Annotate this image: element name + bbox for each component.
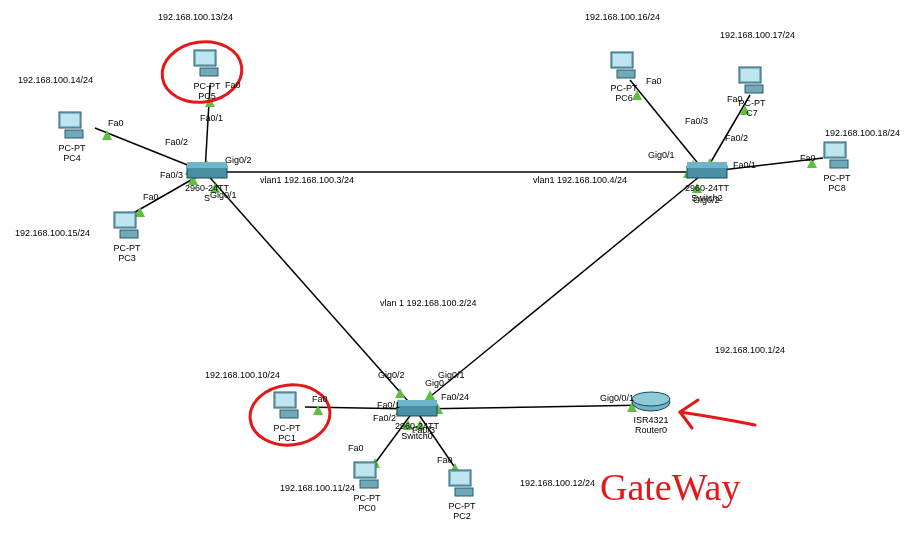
s0-fa03: Fa0/3 (412, 425, 435, 435)
switch-icon (685, 160, 729, 182)
sS-fa02: Fa0/2 (165, 137, 188, 147)
s2-fa01: Fa0/1 (733, 160, 756, 170)
svg-rect-67 (356, 464, 374, 476)
s2-fa02: Fa0/2 (725, 133, 748, 143)
pc3-port: Fa0 (143, 192, 159, 202)
svg-rect-70 (451, 472, 469, 484)
pc7-port: Fa0 (727, 94, 743, 104)
sS-fa03: Fa0/3 (160, 170, 183, 180)
sS-vlan: vlan1 192.168.100.3/24 (260, 175, 354, 185)
svg-rect-64 (276, 394, 294, 406)
pc0-port: Fa0 (348, 443, 364, 453)
switch-0[interactable]: 2960-24TTSwitch0 (395, 398, 439, 442)
s2-g02: Gig0/2 (693, 195, 720, 205)
r0-ip: 192.168.100.1/24 (715, 345, 785, 355)
network-topology-canvas: { "devices": { "pc5": {"name":"PC-PT","h… (0, 0, 914, 536)
svg-rect-42 (196, 52, 214, 64)
pc0[interactable]: PC-PTPC0 (350, 460, 384, 514)
pc3[interactable]: PC-PTPC3 (110, 210, 144, 264)
s0-g01: Gig0/1 (438, 370, 465, 380)
svg-rect-65 (280, 410, 298, 418)
svg-point-75 (632, 392, 670, 406)
sS-g02: Gig0/2 (225, 155, 252, 165)
svg-rect-49 (120, 230, 138, 238)
sS-g01: Gig0/1 (210, 190, 237, 200)
pc1-ip: 192.168.100.10/24 (205, 370, 280, 380)
pc-icon (445, 468, 479, 500)
pc0-ip: 192.168.100.11/24 (280, 483, 355, 493)
pc7[interactable]: PC-PTC7 (735, 65, 769, 119)
pc-icon (820, 140, 854, 172)
svg-rect-53 (613, 54, 631, 66)
svg-rect-62 (687, 162, 727, 168)
svg-rect-54 (617, 70, 635, 78)
pc8[interactable]: PC-PTPC8 (820, 140, 854, 194)
s0-vlan: vlan 1 192.168.100.2/24 (380, 298, 477, 308)
pc4[interactable]: PC-PTPC4 (55, 110, 89, 164)
pc-icon (607, 50, 641, 82)
svg-rect-48 (116, 214, 134, 226)
pc-icon (55, 110, 89, 142)
s0-fa02: Fa0/2 (373, 413, 396, 423)
pc3-ip: 192.168.100.15/24 (15, 228, 90, 238)
pc2[interactable]: PC-PTPC2 (445, 468, 479, 522)
router-icon (630, 390, 672, 414)
pc4-port: Fa0 (108, 118, 124, 128)
switch-icon (395, 398, 439, 420)
s0-g02: Gig0/2 (378, 370, 405, 380)
s0-fa01: Fa0/1 (377, 400, 400, 410)
pc6-port: Fa0 (646, 76, 662, 86)
annotation-gateway: GateWay (600, 466, 740, 508)
pc6-ip: 192.168.100.16/24 (585, 12, 660, 22)
svg-rect-57 (745, 85, 763, 93)
pc2-ip: 192.168.100.12/24 (520, 478, 595, 488)
pc6[interactable]: PC-PTPC6 (607, 50, 641, 104)
link-layer: GateWay (0, 0, 914, 536)
s2-g01: Gig0/1 (648, 150, 675, 160)
pc8-ip: 192.168.100.18/24 (825, 128, 900, 138)
s2-fa03: Fa0/3 (685, 116, 708, 126)
svg-rect-43 (200, 68, 218, 76)
svg-marker-34 (395, 388, 405, 398)
pc-icon (735, 65, 769, 97)
pc5-port: Fa0 (225, 80, 241, 90)
svg-rect-60 (830, 160, 848, 168)
svg-rect-59 (826, 144, 844, 156)
switch-icon (185, 160, 229, 182)
router-0[interactable]: ISR4321Router0 (630, 390, 672, 436)
s0-fa024: Fa0/24 (441, 392, 469, 402)
svg-rect-68 (360, 480, 378, 488)
sS-fa01: Fa0/1 (200, 113, 223, 123)
pc2-port: Fa0 (437, 455, 453, 465)
s2-vlan: vlan1 192.168.100.4/24 (533, 175, 627, 185)
pc7-ip: 192.168.100.17/24 (720, 30, 795, 40)
svg-rect-71 (455, 488, 473, 496)
svg-line-12 (415, 405, 650, 409)
pc-icon (350, 460, 384, 492)
pc1[interactable]: PC-PTPC1 (270, 390, 304, 444)
svg-rect-51 (187, 162, 227, 168)
pc8-port: Fa0 (800, 153, 816, 163)
pc5-ip: 192.168.100.13/24 (158, 12, 233, 22)
pc-icon (270, 390, 304, 422)
svg-rect-56 (741, 69, 759, 81)
r0-port: Gig0/0/1 (600, 393, 634, 403)
svg-rect-45 (61, 114, 79, 126)
pc1-port: Fa0 (312, 394, 328, 404)
pc5[interactable]: PC-PTPC5 (190, 48, 224, 102)
svg-rect-73 (397, 400, 437, 406)
pc-icon (110, 210, 144, 242)
svg-rect-46 (65, 130, 83, 138)
pc-icon (190, 48, 224, 80)
pc4-ip: 192.168.100.14/24 (18, 75, 93, 85)
